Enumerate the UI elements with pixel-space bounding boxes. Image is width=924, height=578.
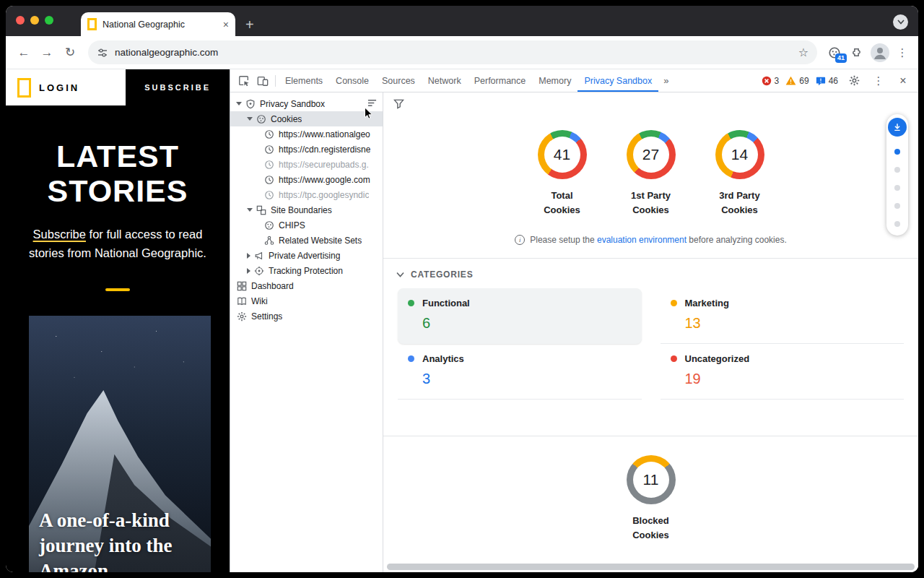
category-functional[interactable]: Functional 6 xyxy=(398,288,642,344)
browser-window: National Geographic × + ← → ↻ nationalge… xyxy=(6,6,918,572)
tree-item-wiki[interactable]: Wiki xyxy=(230,293,383,309)
devtools-close-button[interactable]: × xyxy=(894,72,912,90)
tree-item-cookie-origin[interactable]: https://www.google.com xyxy=(230,172,383,187)
tree-item-cookie-origin[interactable]: https://www.nationalgeo xyxy=(230,126,383,142)
extensions-button[interactable] xyxy=(846,43,866,63)
categories-section-header[interactable]: CATEGORIES xyxy=(383,258,918,280)
natgeo-logo[interactable] xyxy=(17,78,31,98)
category-marketing[interactable]: Marketing 13 xyxy=(661,288,905,344)
tree-item-chips[interactable]: CHIPS xyxy=(230,217,383,233)
tab-strip: National Geographic × + xyxy=(6,6,918,36)
tab-memory[interactable]: Memory xyxy=(532,69,578,92)
gear-icon xyxy=(236,311,248,322)
tab-search-button[interactable] xyxy=(893,14,908,30)
puzzle-icon xyxy=(850,46,863,59)
subscribe-link[interactable]: Subscribe xyxy=(33,228,86,241)
devtools-menu-button[interactable]: ⋮ xyxy=(870,74,887,87)
chevron-down-icon xyxy=(897,20,905,25)
browser-tab[interactable]: National Geographic × xyxy=(81,12,235,36)
mouse-cursor xyxy=(364,107,374,120)
megaphone-icon xyxy=(253,250,265,262)
warning-counter[interactable]: 69 xyxy=(785,76,808,86)
clock-icon xyxy=(263,189,275,201)
category-dot xyxy=(671,355,677,362)
cookie-icon xyxy=(263,220,275,231)
tree-item-cookie-origin[interactable]: https://securepubads.g. xyxy=(230,157,383,172)
error-icon xyxy=(762,76,772,86)
inspect-cursor-icon xyxy=(238,75,250,87)
tab-console[interactable]: Console xyxy=(329,69,375,92)
expand-arrow-icon[interactable] xyxy=(236,102,242,105)
category-name: Functional xyxy=(422,298,470,309)
nav-dot[interactable] xyxy=(894,167,900,173)
donut-third-party-cookies[interactable]: 14 3rd Party Cookies xyxy=(707,130,772,217)
browser-toolbar: ← → ↻ nationalgeographic.com ☆ 41 xyxy=(6,36,918,69)
nav-dot-active[interactable] xyxy=(894,149,900,155)
tree-item-private-advertising[interactable]: Private Advertising xyxy=(230,248,383,263)
minimize-window-button[interactable] xyxy=(30,16,39,25)
tree-item-dashboard[interactable]: Dashboard xyxy=(230,278,383,293)
nav-dot[interactable] xyxy=(894,185,900,191)
inspect-element-button[interactable] xyxy=(235,72,253,90)
expand-arrow-icon[interactable] xyxy=(247,117,253,121)
category-uncategorized[interactable]: Uncategorized 19 xyxy=(661,344,905,400)
browser-menu-button[interactable]: ⋮ xyxy=(894,46,911,59)
tab-elements[interactable]: Elements xyxy=(279,69,329,92)
subscribe-button[interactable]: SUBSCRIBE xyxy=(126,69,230,105)
donut-first-party-cookies[interactable]: 27 1st Party Cookies xyxy=(619,130,684,217)
tree-item-cookies[interactable]: Cookies xyxy=(230,111,383,126)
natgeo-page: LOGIN SUBSCRIBE LATEST STORIES Subscribe… xyxy=(6,69,230,572)
setup-banner-text: Please setup the evaluation environment … xyxy=(530,235,787,245)
traffic-lights xyxy=(16,16,53,25)
tree-item-cookie-origin[interactable]: https://tpc.googlesyndic xyxy=(230,187,383,202)
tab-network[interactable]: Network xyxy=(422,69,468,92)
tab-close-icon[interactable]: × xyxy=(223,20,229,30)
address-bar[interactable]: nationalgeographic.com ☆ xyxy=(88,40,817,64)
book-icon xyxy=(236,296,248,307)
more-tabs-button[interactable]: » xyxy=(658,75,674,86)
story-title[interactable]: A one-of-a-kind journey into the Amazon xyxy=(39,508,208,572)
login-button[interactable]: LOGIN xyxy=(39,82,79,93)
horizontal-scrollbar[interactable] xyxy=(387,564,915,570)
site-boundaries-icon xyxy=(256,204,267,216)
bookmark-star-icon[interactable]: ☆ xyxy=(798,46,808,59)
back-button[interactable]: ← xyxy=(13,42,35,64)
nav-dot[interactable] xyxy=(894,203,900,209)
donut-total-cookies[interactable]: 41 Total Cookies xyxy=(530,130,595,217)
close-window-button[interactable] xyxy=(16,16,25,25)
tree-item-related-website-sets[interactable]: Related Website Sets xyxy=(230,233,383,248)
desktop: National Geographic × + ← → ↻ nationalge… xyxy=(0,0,924,578)
new-tab-button[interactable]: + xyxy=(245,17,254,32)
nav-dot[interactable] xyxy=(894,221,900,227)
issues-counter[interactable]: 46 xyxy=(816,76,838,86)
story-image[interactable]: A one-of-a-kind journey into the Amazon xyxy=(29,316,211,572)
tab-privacy-sandbox[interactable]: Privacy Sandbox xyxy=(578,69,658,92)
tree-item-tracking-protection[interactable]: Tracking Protection xyxy=(230,263,383,278)
tree-item-site-boundaries[interactable]: Site Boundaries xyxy=(230,202,383,217)
donut-blocked-cookies[interactable]: 11 Blocked Cookies xyxy=(619,455,684,543)
tree-item-privacy-sandbox[interactable]: Privacy Sandbox xyxy=(230,96,383,111)
download-button[interactable] xyxy=(888,118,907,137)
tree-item-settings[interactable]: Settings xyxy=(230,309,383,324)
device-toolbar-button[interactable] xyxy=(253,72,272,90)
category-dot xyxy=(408,300,414,306)
category-analytics[interactable]: Analytics 3 xyxy=(398,344,642,400)
devtools-settings-button[interactable] xyxy=(845,72,863,90)
zoom-window-button[interactable] xyxy=(45,16,53,25)
forward-button[interactable]: → xyxy=(36,42,58,64)
expand-arrow-icon[interactable] xyxy=(247,268,250,274)
tab-performance[interactable]: Performance xyxy=(468,69,533,92)
site-settings-icon[interactable] xyxy=(97,47,108,59)
error-counter[interactable]: 3 xyxy=(762,76,780,86)
reload-button[interactable]: ↻ xyxy=(59,42,81,64)
filter-funnel-icon[interactable] xyxy=(393,99,404,109)
info-icon: i xyxy=(515,235,525,245)
expand-arrow-icon[interactable] xyxy=(247,253,250,259)
privacy-extension-button[interactable]: 41 xyxy=(824,43,845,63)
tree-item-cookie-origin[interactable]: https://cdn.registerdisne xyxy=(230,142,383,157)
profile-avatar[interactable] xyxy=(871,43,889,62)
expand-arrow-icon[interactable] xyxy=(247,208,253,212)
evaluation-environment-link[interactable]: evaluation environment xyxy=(597,235,687,245)
category-name: Uncategorized xyxy=(685,353,750,364)
tab-sources[interactable]: Sources xyxy=(375,69,422,92)
